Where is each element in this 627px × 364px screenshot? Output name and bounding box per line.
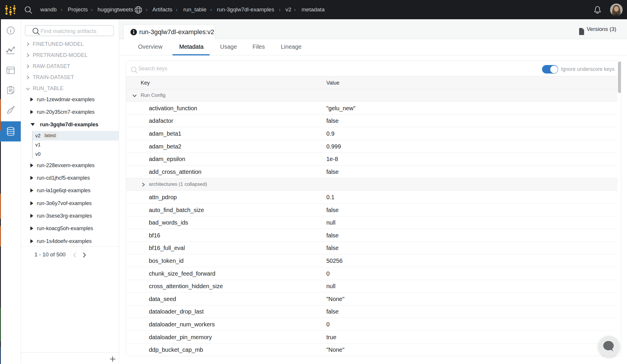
svg-text:i: i bbox=[10, 28, 11, 34]
